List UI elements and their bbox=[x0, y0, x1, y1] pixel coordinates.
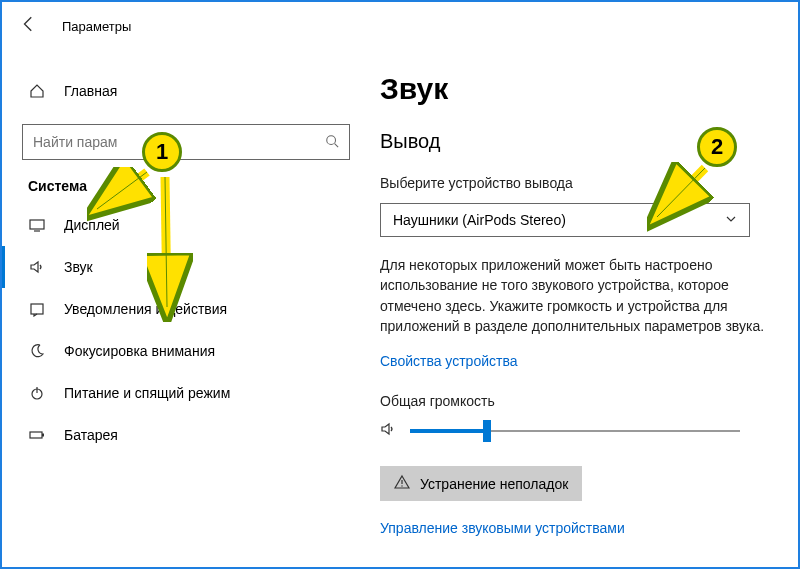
svg-line-16 bbox=[657, 168, 705, 217]
moon-icon bbox=[28, 343, 46, 359]
annotation-arrow-1b bbox=[147, 172, 197, 322]
content-area: Звук Вывод Выберите устройство вывода На… bbox=[370, 2, 798, 567]
home-icon bbox=[28, 83, 46, 99]
window-header: Параметры bbox=[2, 2, 798, 50]
battery-icon bbox=[28, 427, 46, 443]
svg-line-1 bbox=[335, 143, 339, 147]
notifications-icon bbox=[28, 301, 46, 317]
nav-focus[interactable]: Фокусировка внимания bbox=[22, 330, 350, 372]
power-icon bbox=[28, 385, 46, 401]
nav-label: Звук bbox=[64, 259, 93, 275]
svg-rect-7 bbox=[30, 432, 42, 438]
badge-1: 1 bbox=[142, 132, 182, 172]
volume-slider[interactable] bbox=[380, 421, 798, 440]
search-input[interactable] bbox=[22, 124, 350, 160]
output-description: Для некоторых приложений может быть наст… bbox=[380, 255, 790, 336]
dropdown-value: Наушники (AirPods Stereo) bbox=[393, 212, 566, 228]
sound-icon bbox=[28, 259, 46, 275]
annotation-badge-2: 2 bbox=[697, 127, 737, 167]
slider-thumb[interactable] bbox=[483, 420, 491, 442]
page-title: Звук bbox=[380, 72, 798, 106]
back-arrow-icon[interactable] bbox=[20, 15, 38, 38]
svg-point-0 bbox=[327, 135, 336, 144]
svg-point-10 bbox=[401, 485, 402, 486]
badge-2: 2 bbox=[697, 127, 737, 167]
svg-line-12 bbox=[97, 172, 147, 209]
slider-track[interactable] bbox=[410, 430, 740, 432]
troubleshoot-button[interactable]: Устранение неполадок bbox=[380, 466, 582, 501]
warning-icon bbox=[394, 474, 410, 493]
volume-label: Общая громкость bbox=[380, 393, 798, 409]
nav-label: Уведомления и действия bbox=[64, 301, 227, 317]
search-icon bbox=[325, 134, 339, 151]
nav-power[interactable]: Питание и спящий режим bbox=[22, 372, 350, 414]
choose-device-label: Выберите устройство вывода bbox=[380, 175, 798, 191]
chevron-down-icon bbox=[725, 213, 737, 228]
device-properties-link[interactable]: Свойства устройства bbox=[380, 353, 518, 369]
nav-battery[interactable]: Батарея bbox=[22, 414, 350, 456]
header-title: Параметры bbox=[62, 19, 131, 34]
annotation-arrow-2 bbox=[647, 162, 717, 232]
nav-home[interactable]: Главная bbox=[22, 70, 350, 112]
nav-label: Питание и спящий режим bbox=[64, 385, 230, 401]
nav-home-label: Главная bbox=[64, 83, 117, 99]
display-icon bbox=[28, 217, 46, 233]
svg-rect-8 bbox=[42, 434, 44, 437]
troubleshoot-label: Устранение неполадок bbox=[420, 476, 568, 492]
manage-devices-link[interactable]: Управление звуковыми устройствами bbox=[380, 520, 625, 536]
slider-fill bbox=[410, 429, 483, 433]
nav-label: Фокусировка внимания bbox=[64, 343, 215, 359]
nav-label: Батарея bbox=[64, 427, 118, 443]
volume-icon bbox=[380, 421, 396, 440]
svg-rect-4 bbox=[31, 304, 43, 314]
svg-rect-2 bbox=[30, 220, 44, 229]
annotation-badge-1: 1 bbox=[142, 132, 182, 172]
